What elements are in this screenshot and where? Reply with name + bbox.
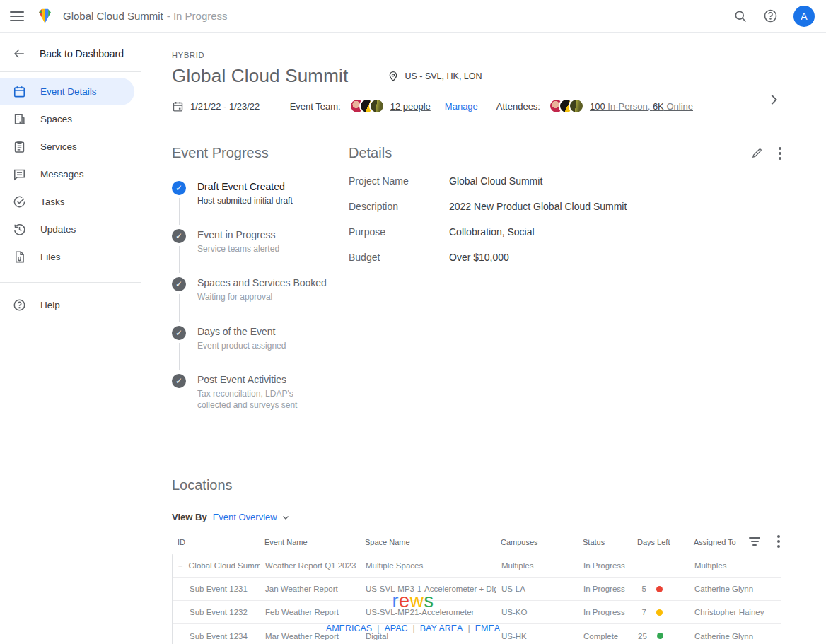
table-header-row: ID Event Name Space Name Campuses Status…	[172, 538, 781, 554]
detail-field: Description2022 New Product Global Cloud…	[349, 201, 781, 212]
app-logo-gem-icon	[35, 6, 54, 25]
view-by-dropdown[interactable]: Event Overview	[213, 512, 277, 522]
event-type-badge: HYBRID	[172, 51, 781, 59]
app-title: Global Cloud Summit	[63, 10, 163, 22]
sidebar: Back to Dashboard Event Details Spaces S…	[0, 33, 141, 319]
sidebar-item-event-details[interactable]: Event Details	[0, 78, 134, 105]
check-icon: ✓	[172, 326, 186, 340]
main-content: HYBRID Global Cloud Summit US - SVL, HK,…	[141, 33, 826, 644]
avatar	[569, 98, 584, 114]
sidebar-item-label: Updates	[40, 224, 76, 235]
sidebar-item-files[interactable]: Files	[0, 243, 141, 271]
col-header-id: ID	[172, 538, 259, 546]
sidebar-item-spaces[interactable]: Spaces	[0, 105, 141, 133]
details-title: Details	[349, 145, 392, 161]
detail-field: BudgetOver $10,000	[349, 252, 781, 263]
view-by-label: View By	[172, 512, 207, 522]
expand-header-chevron-icon[interactable]	[766, 92, 781, 107]
check-icon: ✓	[172, 277, 186, 291]
check-icon: ✓	[172, 374, 186, 388]
message-icon	[13, 168, 26, 181]
app-status: - In Progress	[167, 10, 228, 22]
location-pin-icon	[388, 71, 399, 82]
event-location: US - SVL, HK, LON	[405, 71, 482, 81]
sidebar-item-label: Services	[40, 141, 77, 152]
help-circle-icon	[13, 298, 26, 312]
back-to-dashboard-label: Back to Dashboard	[40, 48, 124, 59]
sidebar-item-messages[interactable]: Messages	[0, 160, 141, 188]
building-icon	[13, 112, 26, 126]
back-arrow-icon	[13, 47, 25, 60]
detail-field: PurposeCollobration, Social	[349, 226, 781, 238]
rews-logo: rews	[392, 590, 434, 612]
top-app-bar: Global Cloud Summit - In Progress A	[0, 0, 826, 33]
sidebar-item-label: Spaces	[40, 114, 72, 124]
event-dates: 1/21/22 - 1/23/22	[190, 101, 260, 112]
menu-icon[interactable]	[10, 11, 24, 21]
sidebar-item-label: Files	[40, 252, 61, 262]
col-header-status: Status	[577, 538, 632, 546]
sidebar-item-label: Event Details	[40, 86, 97, 97]
details-section: Details Project NameGlobal Cloud Summit …	[349, 145, 781, 433]
team-count-link[interactable]: 12 people	[390, 101, 431, 112]
clipboard-icon	[13, 140, 26, 153]
col-header-campuses: Campuses	[495, 538, 577, 546]
progress-step: ✓ Draft Event CreatedHost submited initi…	[172, 181, 349, 229]
progress-step: ✓ Spaces and Services BookedWaiting for …	[172, 277, 349, 325]
sidebar-item-services[interactable]: Services	[0, 133, 141, 160]
avatar	[369, 98, 385, 114]
attendees-label: Attendees:	[496, 101, 540, 112]
history-clock-icon	[13, 223, 26, 236]
link-emea[interactable]: EMEA	[475, 623, 500, 633]
help-icon[interactable]	[763, 8, 778, 23]
link-apac[interactable]: APAC	[384, 623, 407, 633]
manage-team-link[interactable]: Manage	[445, 101, 478, 112]
table-more-options-icon[interactable]	[777, 535, 780, 548]
calendar-icon	[172, 100, 184, 112]
sidebar-divider	[0, 71, 141, 72]
team-avatars[interactable]	[349, 98, 385, 114]
region-links: AMERICAS|APAC|BAY AREA|EMEA	[0, 623, 826, 633]
sidebar-item-help[interactable]: Help	[0, 291, 141, 319]
calendar-icon	[13, 85, 26, 98]
sidebar-item-label: Help	[40, 300, 60, 310]
check-icon: ✓	[172, 181, 186, 195]
page-title: Global Cloud Summit	[172, 65, 348, 87]
sidebar-divider	[0, 282, 141, 283]
col-header-event-name: Event Name	[259, 538, 359, 546]
check-circle-icon	[13, 195, 26, 209]
collapse-icon[interactable]: –	[178, 561, 182, 570]
event-team-label: Event Team:	[290, 101, 341, 112]
event-progress-section: Event Progress ✓ Draft Event CreatedHost…	[172, 145, 349, 433]
detail-field: Project NameGlobal Cloud Summit	[349, 175, 781, 187]
locations-title: Locations	[172, 477, 781, 493]
filter-icon[interactable]	[749, 537, 760, 546]
sidebar-item-updates[interactable]: Updates	[0, 216, 141, 243]
back-to-dashboard-button[interactable]: Back to Dashboard	[0, 39, 141, 69]
edit-pencil-icon[interactable]	[751, 147, 763, 159]
user-avatar[interactable]: A	[793, 6, 815, 27]
col-header-space-name: Space Name	[359, 538, 495, 546]
sidebar-item-label: Messages	[40, 169, 84, 180]
page-footer: rews AMERICAS|APAC|BAY AREA|EMEA	[0, 590, 826, 644]
link-bay-area[interactable]: BAY AREA	[420, 623, 463, 633]
more-options-icon[interactable]	[779, 147, 781, 160]
table-row-parent[interactable]: –Global Cloud Summit Weather Report Q1 2…	[173, 554, 781, 578]
sidebar-item-label: Tasks	[40, 197, 65, 207]
col-header-days-left: Days Left	[632, 538, 688, 546]
event-progress-title: Event Progress	[172, 145, 349, 161]
file-icon	[13, 250, 26, 264]
chevron-down-icon[interactable]	[281, 513, 291, 522]
search-icon[interactable]	[733, 9, 748, 23]
progress-step: ✓ Days of the EventEvent product assigne…	[172, 326, 349, 374]
check-icon: ✓	[172, 229, 186, 243]
progress-step: ✓ Post Event ActivitiesTax reconcilation…	[172, 374, 349, 433]
progress-step: ✓ Event in ProgressService teams alerted	[172, 229, 349, 277]
attendee-avatars[interactable]	[549, 98, 584, 114]
attendees-count-link[interactable]: 100 In-Person, 6K Online	[590, 101, 693, 112]
sidebar-item-tasks[interactable]: Tasks	[0, 188, 141, 216]
link-americas[interactable]: AMERICAS	[326, 623, 372, 633]
